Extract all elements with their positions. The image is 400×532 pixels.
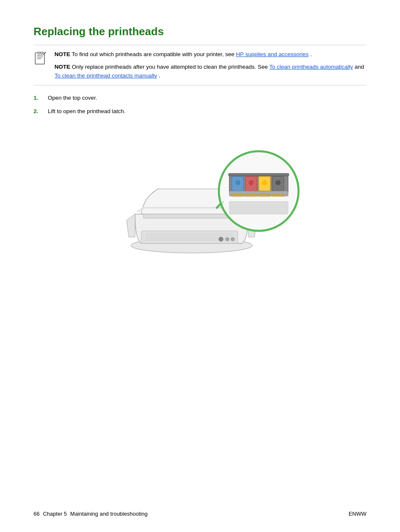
step-2-number: 2. [34, 107, 46, 116]
note-text-1: To find out which printheads are compati… [72, 51, 236, 57]
notes-content: NOTE To find out which printheads are co… [55, 50, 366, 80]
svg-rect-9 [141, 231, 238, 243]
svg-point-14 [219, 237, 223, 241]
note-after-1: . [310, 51, 312, 57]
svg-rect-32 [245, 194, 257, 196]
note-row-2: NOTE Only replace printheads after you h… [55, 63, 366, 80]
svg-rect-34 [272, 194, 284, 196]
note-link-1[interactable]: HP supplies and accessories [236, 51, 309, 57]
footer-chapter: Chapter 5 [43, 511, 67, 517]
svg-rect-4 [38, 52, 40, 54]
printer-illustration [95, 124, 305, 275]
note-label-1: NOTE [55, 51, 70, 57]
footer-locale: ENWW [348, 511, 366, 517]
note-after-2: . [158, 72, 160, 79]
step-2-text: Lift to open the printhead latch. [48, 107, 125, 116]
note-link-2b[interactable]: To clean the printhead contacts manually [55, 72, 157, 79]
footer-page-number: 66 [34, 511, 39, 517]
footer-chapter-title: Maintaining and troubleshooting [70, 511, 148, 517]
note-row-1: NOTE To find out which printheads are co… [55, 50, 366, 59]
step-2: 2. Lift to open the printhead latch. [34, 107, 366, 116]
svg-point-29 [275, 180, 281, 185]
svg-point-26 [235, 180, 240, 185]
note-box: NOTE To find out which printheads are co… [34, 45, 366, 85]
note-text-2: Only replace printheads after you have a… [72, 64, 269, 70]
note-link-2a[interactable]: To clean printheads automatically [269, 64, 353, 70]
step-1-text: Open the top cover. [48, 94, 97, 102]
page-container: Replacing the printheads NOTE [0, 0, 400, 532]
footer: 66 Chapter 5 Maintaining and troubleshoo… [34, 511, 366, 517]
step-1-number: 1. [34, 94, 46, 102]
svg-point-28 [262, 180, 267, 185]
steps-container: 1. Open the top cover. 2. Lift to open t… [34, 94, 366, 116]
svg-point-27 [249, 180, 254, 185]
step-1: 1. Open the top cover. [34, 94, 366, 102]
footer-left: 66 Chapter 5 Maintaining and troubleshoo… [34, 511, 148, 517]
svg-rect-5 [41, 52, 43, 54]
page-title: Replacing the printheads [34, 25, 366, 38]
illustration-container [34, 124, 366, 275]
svg-rect-31 [232, 194, 244, 196]
note-icon [34, 51, 49, 67]
svg-point-16 [231, 238, 234, 241]
svg-rect-33 [259, 194, 270, 196]
note-label-2: NOTE [55, 64, 70, 70]
note-mid-2: and [355, 64, 364, 70]
svg-point-15 [226, 238, 229, 241]
svg-rect-35 [229, 173, 289, 176]
svg-rect-36 [229, 201, 288, 214]
